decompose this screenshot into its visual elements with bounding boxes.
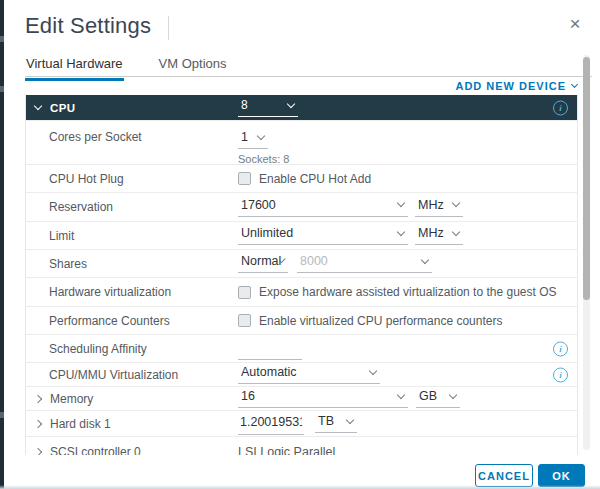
hard-disk-unit-select[interactable]: TB [315,414,357,433]
shares-label: Shares [26,257,238,271]
cores-per-socket-select[interactable]: 1 [238,130,268,149]
bottom-edge-shadow [0,485,600,489]
row-cpu-hot-plug: CPU Hot Plug Enable CPU Hot Add [26,165,577,193]
chevron-down-icon [346,415,354,423]
limit-combobox[interactable] [238,226,408,245]
virtualized-cpu-performance-counters-checkbox-label: Enable virtualized CPU performance count… [259,314,502,328]
row-cpu-mmu-virtualization: CPU/MMU Virtualization Automatic i [26,363,577,387]
hard-disk-section-label: Hard disk 1 [50,417,111,431]
scheduling-affinity-label: Scheduling Affinity [26,342,238,356]
memory-input[interactable] [241,389,398,403]
limit-input[interactable] [241,226,398,240]
add-new-device-button[interactable]: ADD NEW DEVICE [455,80,577,92]
info-icon[interactable]: i [553,341,568,356]
row-cores-per-socket: Cores per Socket 1 Sockets: 8 [26,121,577,165]
cpu-hot-add-checkbox[interactable] [238,172,251,185]
cpu-count-value: 8 [241,98,248,112]
row-performance-counters: Performance Counters Enable virtualized … [26,307,577,335]
scrollbar-track[interactable] [583,55,590,450]
memory-unit-value: GB [419,389,437,403]
cpu-hot-plug-label: CPU Hot Plug [26,172,238,186]
row-reservation: Reservation MHz [26,193,577,222]
shares-level-value: Normal [241,254,281,268]
chevron-down-icon [571,81,578,88]
chevron-down-icon [257,131,265,139]
background-artifact [0,86,4,92]
row-scsi-controller-0: SCSI controller 0 LSI Logic Parallel [26,437,577,455]
reservation-input[interactable] [241,198,398,212]
chevron-down-icon [452,227,460,235]
reservation-unit-value: MHz [418,198,444,212]
tab-bar-divider [25,76,592,77]
hard-disk-section-toggle[interactable]: Hard disk 1 [26,417,238,431]
memory-section-label: Memory [50,392,93,406]
memory-section-toggle[interactable]: Memory [26,392,238,406]
cancel-button[interactable]: CANCEL [475,464,533,487]
row-memory: Memory GB [26,387,577,411]
add-new-device-label: ADD NEW DEVICE [455,80,566,92]
hard-disk-unit-value: TB [318,414,334,428]
scsi-controller-section-toggle[interactable]: SCSI controller 0 [26,445,238,455]
expose-hardware-virtualization-checkbox-label: Expose hardware assisted virtualization … [259,285,557,299]
row-hardware-virtualization: Hardware virtualization Expose hardware … [26,278,577,307]
background-app-edge [0,0,4,489]
row-hard-disk-1: Hard disk 1 TB [26,411,577,437]
scheduling-affinity-input[interactable] [240,340,300,354]
hardware-virtualization-label: Hardware virtualization [26,285,238,299]
chevron-down-icon [449,390,457,398]
cpu-section-toggle[interactable]: CPU [26,102,238,114]
limit-label: Limit [26,229,238,243]
reservation-combobox[interactable] [238,198,408,217]
virtual-hardware-list: CPU 8 i Cores per Socket 1 Sockets: 8 CP… [25,95,578,455]
background-artifact [0,412,4,418]
cores-per-socket-value: 1 [241,130,248,144]
reservation-label: Reservation [26,200,238,214]
shares-amount-combobox [297,254,432,273]
row-shares: Shares Normal [26,250,577,278]
cpu-hot-add-checkbox-label: Enable CPU Hot Add [259,172,371,186]
virtualized-cpu-performance-counters-checkbox[interactable] [238,314,251,327]
cpu-section-header[interactable]: CPU 8 i [26,95,577,121]
hard-disk-size-input[interactable] [240,415,302,429]
chevron-right-icon [34,448,42,455]
cpu-mmu-virtualization-label: CPU/MMU Virtualization [26,368,238,382]
chevron-down-icon [34,102,42,110]
scsi-controller-section-label: SCSI controller 0 [50,445,141,455]
ok-button[interactable]: OK [538,464,585,487]
row-limit: Limit MHz [26,222,577,250]
cpu-mmu-virtualization-value: Automatic [241,365,297,379]
scrollbar-thumb[interactable] [583,57,590,300]
cpu-mmu-virtualization-select[interactable]: Automatic [238,365,380,384]
limit-unit-select[interactable]: MHz [415,226,463,245]
memory-combobox[interactable] [238,389,408,408]
chevron-right-icon [34,419,42,427]
hard-disk-size-field[interactable] [238,412,304,435]
chevron-down-icon [287,99,295,107]
background-artifact [0,36,4,42]
expose-hardware-virtualization-checkbox[interactable] [238,286,251,299]
close-icon[interactable]: × [564,13,586,35]
performance-counters-label: Performance Counters [26,314,238,328]
info-icon[interactable]: i [553,367,568,382]
chevron-down-icon [452,199,460,207]
cpu-count-select[interactable]: 8 [238,98,298,117]
limit-unit-value: MHz [418,226,444,240]
scheduling-affinity-field[interactable] [238,337,302,360]
cores-per-socket-label: Cores per Socket [26,130,238,144]
cpu-section-label: CPU [50,102,75,114]
shares-level-select[interactable]: Normal [238,254,288,273]
row-scheduling-affinity: Scheduling Affinity i [26,335,577,363]
chevron-right-icon [34,394,42,402]
reservation-unit-select[interactable]: MHz [415,198,463,217]
chevron-down-icon [369,366,377,374]
sockets-helper-text: Sockets: 8 [238,153,289,165]
title-divider [168,16,169,40]
memory-unit-select[interactable]: GB [416,389,460,408]
scsi-controller-value: LSI Logic Parallel [238,445,335,455]
dialog-title: Edit Settings [25,13,151,39]
shares-amount-input [300,254,422,268]
info-icon[interactable]: i [553,100,568,115]
